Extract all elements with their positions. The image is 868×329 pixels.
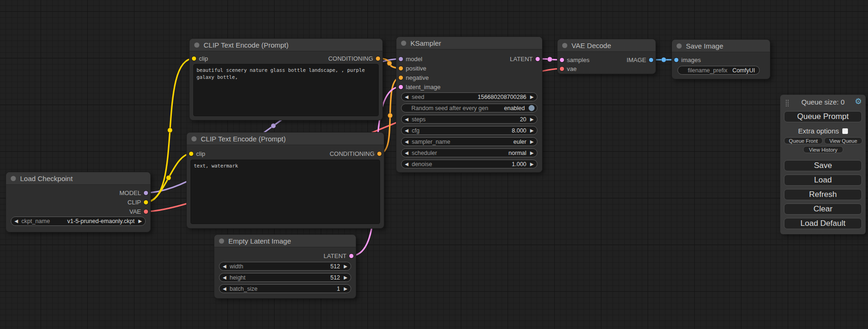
prev-arrow-icon[interactable]: ◀ bbox=[405, 128, 409, 133]
clip-output-dot[interactable] bbox=[144, 200, 148, 204]
view-history-button[interactable]: View History bbox=[803, 146, 843, 153]
prev-arrow-icon[interactable]: ◀ bbox=[405, 117, 409, 122]
prev-arrow-icon[interactable]: ◀ bbox=[405, 162, 409, 167]
input-clip[interactable]: clip bbox=[192, 55, 208, 62]
batch-size-widget[interactable]: ◀ batch_size 1 ▶ bbox=[219, 284, 351, 293]
output-conditioning[interactable]: CONDITIONING bbox=[330, 150, 381, 157]
input-vae[interactable]: vae bbox=[560, 65, 577, 72]
image-output-dot[interactable] bbox=[649, 58, 653, 62]
collapse-dot-icon[interactable] bbox=[677, 43, 682, 49]
node-save-image[interactable]: Save Image images filename_prefix ComfyU… bbox=[671, 39, 770, 79]
node-title-bar[interactable]: Load Checkpoint bbox=[6, 172, 150, 185]
latent-output-dot[interactable] bbox=[349, 254, 353, 258]
node-empty-latent-image[interactable]: Empty Latent Image LATENT ◀ width 512 ▶ … bbox=[214, 234, 356, 299]
image-input-dot[interactable] bbox=[674, 58, 678, 62]
node-title-bar[interactable]: CLIP Text Encode (Prompt) bbox=[190, 39, 382, 51]
extra-options-checkbox[interactable] bbox=[842, 128, 848, 134]
output-conditioning[interactable]: CONDITIONING bbox=[328, 55, 380, 62]
prev-arrow-icon[interactable]: ◀ bbox=[405, 95, 409, 99]
model-output-dot[interactable] bbox=[144, 191, 148, 195]
collapse-dot-icon[interactable] bbox=[219, 238, 224, 244]
node-title-bar[interactable]: VAE Decode bbox=[557, 39, 656, 52]
collapse-dot-icon[interactable] bbox=[11, 176, 16, 181]
next-arrow-icon[interactable]: ▶ bbox=[344, 264, 347, 269]
prev-arrow-icon[interactable]: ◀ bbox=[405, 151, 409, 155]
next-arrow-icon[interactable]: ▶ bbox=[344, 287, 347, 291]
conditioning-input-dot[interactable] bbox=[399, 76, 403, 80]
node-title-bar[interactable]: Save Image bbox=[672, 40, 770, 52]
next-arrow-icon[interactable]: ▶ bbox=[530, 140, 534, 144]
latent-output-dot[interactable] bbox=[536, 57, 540, 61]
clip-input-dot[interactable] bbox=[192, 56, 196, 61]
queue-prompt-button[interactable]: Queue Prompt bbox=[784, 111, 862, 122]
next-arrow-icon[interactable]: ▶ bbox=[344, 275, 347, 280]
prev-arrow-icon[interactable]: ◀ bbox=[405, 140, 409, 144]
toggle-icon[interactable] bbox=[529, 105, 535, 111]
node-load-checkpoint[interactable]: Load Checkpoint MODEL CLIP VAE ◀ ckpt_na… bbox=[6, 172, 151, 232]
random-seed-widget[interactable]: Random seed after every gen enabled bbox=[401, 104, 537, 112]
view-queue-button[interactable]: View Queue bbox=[824, 137, 862, 144]
queue-front-button[interactable]: Queue Front bbox=[784, 137, 823, 144]
node-title-bar[interactable]: KSampler bbox=[396, 37, 542, 49]
conditioning-output-dot[interactable] bbox=[377, 152, 381, 156]
next-arrow-icon[interactable]: ▶ bbox=[530, 117, 534, 122]
output-model[interactable]: MODEL bbox=[120, 189, 148, 196]
collapse-dot-icon[interactable] bbox=[401, 41, 406, 46]
input-negative[interactable]: negative bbox=[399, 74, 429, 81]
collapse-dot-icon[interactable] bbox=[194, 42, 199, 48]
input-clip[interactable]: clip bbox=[189, 150, 205, 157]
output-clip[interactable]: CLIP bbox=[127, 199, 148, 205]
height-widget[interactable]: ◀ height 512 ▶ bbox=[219, 273, 351, 282]
prompt-textarea[interactable]: beautiful scenery nature glass bottle la… bbox=[193, 64, 379, 116]
sampler-name-widget[interactable]: ◀ sampler_name euler ▶ bbox=[401, 137, 537, 146]
node-vae-decode[interactable]: VAE Decode samples vae IMAGE bbox=[557, 39, 656, 74]
width-widget[interactable]: ◀ width 512 ▶ bbox=[219, 262, 351, 271]
comfyui-canvas[interactable]: Load Checkpoint MODEL CLIP VAE ◀ ckpt_na… bbox=[0, 0, 868, 329]
latent-input-dot[interactable] bbox=[560, 58, 564, 62]
node-ksampler[interactable]: KSampler model positive negative latent_… bbox=[396, 36, 543, 173]
refresh-button[interactable]: Refresh bbox=[784, 189, 862, 200]
prompt-textarea[interactable]: text, watermark bbox=[191, 160, 380, 224]
next-arrow-icon[interactable]: ▶ bbox=[530, 162, 534, 167]
load-default-button[interactable]: Load Default bbox=[784, 218, 862, 229]
clear-button[interactable]: Clear bbox=[784, 203, 862, 215]
input-samples[interactable]: samples bbox=[560, 56, 589, 63]
ckpt-name-widget[interactable]: ◀ ckpt_name v1-5-pruned-emaonly.ckpt ▶ bbox=[11, 217, 146, 226]
vae-output-dot[interactable] bbox=[144, 210, 148, 214]
model-input-dot[interactable] bbox=[399, 57, 403, 61]
collapse-dot-icon[interactable] bbox=[191, 136, 197, 141]
node-clip-text-encode-positive[interactable]: CLIP Text Encode (Prompt) clip CONDITION… bbox=[189, 38, 383, 120]
gear-icon[interactable]: ⚙ bbox=[855, 97, 862, 106]
prev-arrow-icon[interactable]: ◀ bbox=[14, 219, 18, 224]
output-latent[interactable]: LATENT bbox=[324, 252, 353, 259]
scheduler-widget[interactable]: ◀ scheduler normal ▶ bbox=[401, 148, 537, 157]
steps-widget[interactable]: ◀ steps 20 ▶ bbox=[401, 115, 537, 124]
next-arrow-icon[interactable]: ▶ bbox=[530, 95, 534, 99]
save-button[interactable]: Save bbox=[784, 160, 862, 171]
next-arrow-icon[interactable]: ▶ bbox=[530, 128, 534, 133]
input-images[interactable]: images bbox=[674, 56, 701, 63]
output-vae[interactable]: VAE bbox=[129, 208, 148, 215]
node-title-bar[interactable]: Empty Latent Image bbox=[214, 235, 356, 247]
input-model[interactable]: model bbox=[399, 56, 422, 62]
input-latent-image[interactable]: latent_image bbox=[399, 84, 440, 90]
clip-input-dot[interactable] bbox=[189, 152, 193, 156]
conditioning-output-dot[interactable] bbox=[376, 56, 380, 61]
vae-input-dot[interactable] bbox=[560, 67, 564, 71]
cfg-widget[interactable]: ◀ cfg 8.000 ▶ bbox=[401, 126, 537, 135]
input-positive[interactable]: positive bbox=[399, 65, 426, 71]
node-clip-text-encode-negative[interactable]: CLIP Text Encode (Prompt) clip CONDITION… bbox=[186, 132, 384, 229]
next-arrow-icon[interactable]: ▶ bbox=[530, 151, 534, 155]
node-title-bar[interactable]: CLIP Text Encode (Prompt) bbox=[187, 133, 384, 145]
collapse-dot-icon[interactable] bbox=[562, 43, 567, 48]
denoise-widget[interactable]: ◀ denoise 1.000 ▶ bbox=[401, 160, 537, 168]
output-latent[interactable]: LATENT bbox=[510, 56, 540, 62]
filename-prefix-widget[interactable]: filename_prefix ComfyUI bbox=[677, 66, 760, 75]
prev-arrow-icon[interactable]: ◀ bbox=[223, 287, 226, 291]
output-image[interactable]: IMAGE bbox=[627, 56, 653, 63]
conditioning-input-dot[interactable] bbox=[399, 66, 403, 70]
prev-arrow-icon[interactable]: ◀ bbox=[223, 264, 226, 269]
next-arrow-icon[interactable]: ▶ bbox=[138, 219, 142, 224]
prev-arrow-icon[interactable]: ◀ bbox=[223, 275, 226, 280]
seed-widget[interactable]: ◀ seed 156680208700286 ▶ bbox=[401, 92, 537, 101]
